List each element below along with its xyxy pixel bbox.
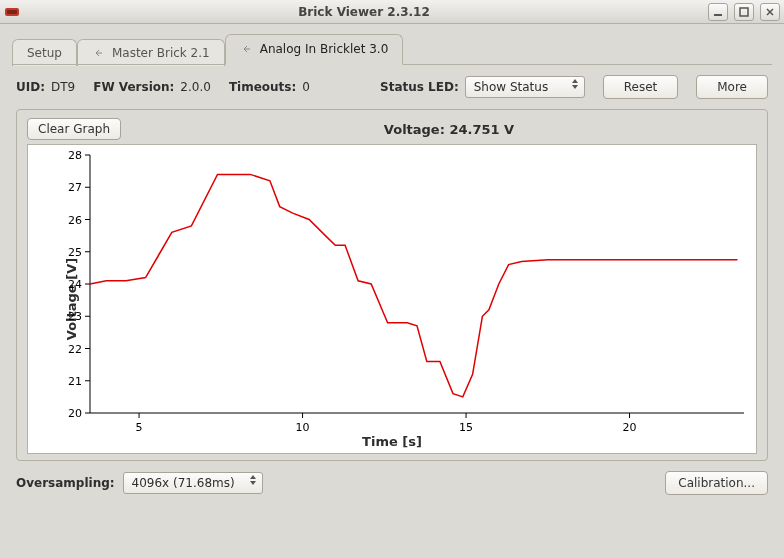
uid-label: UID:	[16, 80, 45, 94]
oversampling-select[interactable]: 4096x (71.68ms)	[123, 472, 263, 494]
clear-graph-label: Clear Graph	[38, 122, 110, 136]
status-led-select[interactable]: Show Status	[465, 76, 585, 98]
svg-text:24: 24	[68, 278, 82, 291]
tab-master-brick[interactable]: Master Brick 2.1	[77, 39, 225, 66]
svg-text:27: 27	[68, 181, 82, 194]
window-close-button[interactable]	[760, 3, 780, 21]
tab-label: Master Brick 2.1	[112, 46, 210, 60]
timeouts-value: 0	[302, 80, 310, 94]
svg-text:23: 23	[68, 310, 82, 323]
tab-setup[interactable]: Setup	[12, 39, 77, 66]
client-area: Setup Master Brick 2.1 Analog In Brickle…	[0, 24, 784, 503]
svg-text:20: 20	[623, 421, 637, 434]
clear-graph-button[interactable]: Clear Graph	[27, 118, 121, 140]
window-minimize-button[interactable]	[708, 3, 728, 21]
oversampling-label: Oversampling:	[16, 476, 115, 490]
graph-panel: Clear Graph Voltage: 24.751 V Voltage [V…	[16, 109, 768, 461]
svg-text:20: 20	[68, 407, 82, 420]
svg-text:26: 26	[68, 214, 82, 227]
svg-text:28: 28	[68, 149, 82, 162]
svg-rect-1	[7, 10, 17, 14]
fw-version-value: 2.0.0	[180, 80, 211, 94]
tab-label: Setup	[27, 46, 62, 60]
more-button[interactable]: More	[696, 75, 768, 99]
reset-button-label: Reset	[624, 80, 658, 94]
svg-text:15: 15	[459, 421, 473, 434]
bottom-row: Oversampling: 4096x (71.68ms) Calibratio…	[16, 471, 768, 495]
tab-close-icon[interactable]	[240, 42, 254, 56]
svg-text:21: 21	[68, 375, 82, 388]
svg-text:25: 25	[68, 246, 82, 259]
svg-rect-2	[714, 14, 722, 16]
timeouts-label: Timeouts:	[229, 80, 296, 94]
svg-rect-3	[740, 8, 748, 16]
info-row: UID: DT9 FW Version: 2.0.0 Timeouts: 0 S…	[16, 75, 768, 99]
window-titlebar: Brick Viewer 2.3.12	[0, 0, 784, 24]
calibration-button[interactable]: Calibration...	[665, 471, 768, 495]
reset-button[interactable]: Reset	[603, 75, 679, 99]
svg-text:22: 22	[68, 343, 82, 356]
voltage-chart: Voltage [V] Time [s] 2021222324252627285…	[27, 144, 757, 454]
uid-value: DT9	[51, 80, 75, 94]
tabstrip: Setup Master Brick 2.1 Analog In Brickle…	[12, 34, 772, 65]
oversampling-value: 4096x (71.68ms)	[132, 476, 235, 490]
tab-analog-in-bricklet[interactable]: Analog In Bricklet 3.0	[225, 34, 404, 65]
status-led-label: Status LED:	[380, 80, 459, 94]
tab-label: Analog In Bricklet 3.0	[260, 42, 389, 56]
timeouts-field: Timeouts: 0	[229, 80, 310, 94]
svg-text:10: 10	[296, 421, 310, 434]
fw-version-label: FW Version:	[93, 80, 174, 94]
app-icon	[4, 4, 20, 20]
calibration-button-label: Calibration...	[678, 476, 755, 490]
status-led-value: Show Status	[474, 80, 548, 94]
more-button-label: More	[717, 80, 747, 94]
uid-field: UID: DT9	[16, 80, 75, 94]
window-title: Brick Viewer 2.3.12	[26, 5, 702, 19]
voltage-readout: Voltage: 24.751 V	[141, 122, 757, 137]
status-led-field: Status LED: Show Status	[380, 76, 585, 98]
chart-canvas: 2021222324252627285101520	[28, 145, 756, 453]
tab-close-icon[interactable]	[92, 46, 106, 60]
window-maximize-button[interactable]	[734, 3, 754, 21]
svg-text:5: 5	[136, 421, 143, 434]
fw-version-field: FW Version: 2.0.0	[93, 80, 211, 94]
